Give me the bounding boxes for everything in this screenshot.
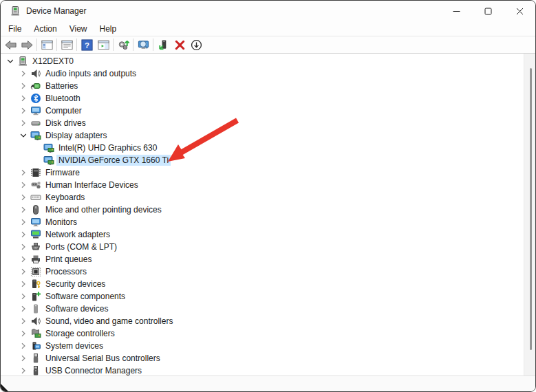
- menu-item-help[interactable]: Help: [94, 23, 123, 35]
- chevron-right-icon[interactable]: [18, 229, 29, 240]
- tree-row[interactable]: Human Interface Devices: [1, 179, 524, 191]
- tree-item-label[interactable]: Mice and other pointing devices: [43, 204, 164, 215]
- chevron-right-icon[interactable]: [18, 192, 29, 203]
- maximize-button[interactable]: [472, 1, 504, 21]
- tree-item-label[interactable]: USB Connector Managers: [43, 365, 144, 375]
- tree-row[interactable]: X12DEXT0: [1, 55, 524, 67]
- tree-item-label[interactable]: Audio inputs and outputs: [43, 68, 138, 79]
- tree-row[interactable]: Storage controllers: [1, 327, 524, 340]
- tree-item-label[interactable]: Display adapters: [43, 130, 109, 141]
- tree-row[interactable]: Ports (COM & LPT): [1, 241, 524, 253]
- chevron-right-icon[interactable]: [18, 204, 29, 215]
- chevron-right-icon[interactable]: [18, 340, 29, 351]
- tree-item-label[interactable]: Batteries: [43, 80, 80, 91]
- disable-device-button[interactable]: [188, 37, 204, 52]
- action-pane-button[interactable]: [95, 37, 111, 52]
- minimize-button[interactable]: [440, 1, 472, 21]
- uninstall-device-button[interactable]: [171, 37, 188, 52]
- show-console-tree-button[interactable]: [39, 37, 55, 52]
- help-button[interactable]: ?: [78, 37, 95, 52]
- tree-row[interactable]: NVIDIA GeForce GTX 1660 Ti: [1, 154, 524, 166]
- chevron-right-icon[interactable]: [18, 328, 29, 339]
- tree-row[interactable]: Monitors: [1, 216, 524, 228]
- tree-item-label[interactable]: Security devices: [43, 279, 107, 290]
- chevron-right-icon[interactable]: [18, 279, 29, 290]
- menu-item-action[interactable]: Action: [28, 23, 63, 35]
- forward-button[interactable]: [19, 37, 35, 52]
- tree-row[interactable]: Computer: [1, 105, 524, 117]
- update-device-driver-button[interactable]: [155, 37, 171, 52]
- chevron-right-icon[interactable]: [18, 365, 29, 375]
- vertical-scrollbar[interactable]: [524, 54, 535, 375]
- tree-item-label[interactable]: Monitors: [43, 217, 79, 228]
- tree-item-label[interactable]: Software devices: [43, 303, 110, 314]
- chevron-right-icon[interactable]: [18, 241, 29, 252]
- update-driver-button[interactable]: [115, 37, 131, 52]
- tree-row[interactable]: Sound, video and game controllers: [1, 315, 524, 327]
- chevron-right-icon[interactable]: [18, 93, 29, 104]
- tree-item-label[interactable]: Processors: [43, 266, 89, 277]
- tree-item-label[interactable]: Software components: [43, 291, 127, 302]
- tree-item-label[interactable]: Ports (COM & LPT): [43, 241, 119, 252]
- scrollbar-thumb[interactable]: [530, 68, 532, 350]
- usb-connector-icon: [30, 365, 41, 375]
- tree-row[interactable]: Universal Serial Bus controllers: [1, 352, 524, 364]
- menu-item-view[interactable]: View: [63, 23, 94, 35]
- chevron-right-icon[interactable]: [18, 254, 29, 265]
- tree-row[interactable]: Disk drives: [1, 117, 524, 129]
- chevron-right-icon[interactable]: [18, 217, 29, 228]
- tree-row[interactable]: Batteries: [1, 80, 524, 92]
- tree-item-label[interactable]: Disk drives: [43, 118, 88, 129]
- tree-row[interactable]: Bluetooth: [1, 92, 524, 105]
- tree-item-label[interactable]: Universal Serial Bus controllers: [43, 353, 162, 364]
- maximize-icon: [484, 8, 492, 15]
- tree-row[interactable]: Keyboards: [1, 191, 524, 204]
- tree-row[interactable]: Firmware: [1, 166, 524, 179]
- tree-row[interactable]: Print queues: [1, 253, 524, 265]
- chevron-right-icon[interactable]: [18, 80, 29, 91]
- menu-item-file[interactable]: File: [2, 23, 28, 35]
- chevron-down-icon[interactable]: [5, 56, 16, 67]
- tree-item-label[interactable]: X12DEXT0: [30, 56, 76, 67]
- tree-item-label[interactable]: Human Interface Devices: [43, 179, 140, 190]
- tree-row[interactable]: Audio inputs and outputs: [1, 67, 524, 80]
- tree-row[interactable]: Network adapters: [1, 228, 524, 241]
- tree-item-label[interactable]: Print queues: [43, 254, 94, 265]
- chevron-right-icon[interactable]: [18, 118, 29, 129]
- tree-row[interactable]: Intel(R) UHD Graphics 630: [1, 142, 524, 154]
- uninstall-icon: [173, 39, 186, 52]
- chevron-right-icon[interactable]: [18, 353, 29, 364]
- tree-row[interactable]: USB Connector Managers: [1, 364, 524, 375]
- chevron-right-icon[interactable]: [18, 167, 29, 178]
- tree-row[interactable]: Processors: [1, 265, 524, 278]
- tree-item-label[interactable]: NVIDIA GeForce GTX 1660 Ti: [56, 155, 171, 166]
- chevron-right-icon[interactable]: [18, 303, 29, 314]
- chevron-right-icon[interactable]: [18, 266, 29, 277]
- tree-item-label[interactable]: Bluetooth: [43, 93, 83, 104]
- tree-row[interactable]: Security devices: [1, 278, 524, 290]
- back-button[interactable]: [2, 37, 19, 52]
- properties-button[interactable]: [58, 37, 75, 52]
- tree-row[interactable]: Software devices: [1, 303, 524, 315]
- tree-item-label[interactable]: Computer: [43, 105, 84, 116]
- tree-row[interactable]: Mice and other pointing devices: [1, 204, 524, 216]
- tree-item-label[interactable]: System devices: [43, 340, 105, 351]
- close-button[interactable]: [504, 1, 535, 21]
- tree-item-label[interactable]: Keyboards: [43, 192, 87, 203]
- scan-hardware-changes-button[interactable]: [135, 37, 151, 52]
- chevron-down-icon[interactable]: [18, 130, 29, 141]
- tree-item-label[interactable]: Network adapters: [43, 229, 112, 240]
- tree-row[interactable]: System devices: [1, 340, 524, 352]
- chevron-right-icon[interactable]: [18, 316, 29, 327]
- tree-item-label[interactable]: Storage controllers: [43, 328, 117, 339]
- tree-row[interactable]: Software components: [1, 290, 524, 303]
- chevron-right-icon[interactable]: [18, 105, 29, 116]
- chevron-right-icon[interactable]: [18, 291, 29, 302]
- tree-item-label[interactable]: Intel(R) UHD Graphics 630: [56, 142, 159, 153]
- chevron-right-icon[interactable]: [18, 179, 29, 190]
- tree-item-label[interactable]: Firmware: [43, 167, 82, 178]
- tree-row[interactable]: Display adapters: [1, 129, 524, 142]
- tree-item-label[interactable]: Sound, video and game controllers: [43, 316, 175, 327]
- chevron-right-icon[interactable]: [18, 68, 29, 79]
- main-content: X12DEXT0Audio inputs and outputsBatterie…: [1, 54, 535, 375]
